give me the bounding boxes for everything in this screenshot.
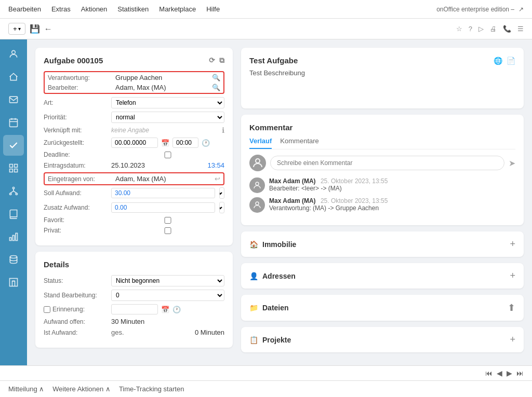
test-aufgabe-title: Test Aufgabe 🌐 📄 (249, 56, 515, 65)
adressen-section[interactable]: 👤 Adressen + (241, 263, 524, 289)
privat-checkbox[interactable] (111, 227, 224, 234)
projekte-section[interactable]: 📋 Projekte + (241, 327, 524, 352)
mitteilung-button[interactable]: Mitteilung ∧ (8, 385, 44, 393)
next-page-button[interactable]: ▶ (507, 369, 512, 377)
favorit-checkbox[interactable] (111, 217, 224, 224)
dateien-section[interactable]: 📁 Dateien ⬆ (241, 295, 524, 321)
clock-icon-zuruckgestellt[interactable]: 🕐 (202, 139, 210, 147)
sidebar-item-home[interactable] (3, 66, 24, 87)
sidebar-item-user[interactable] (3, 44, 24, 64)
nav-bearbeiten[interactable]: Bearbeiten (8, 5, 41, 13)
undo-icon[interactable]: ↩ (215, 175, 220, 183)
aufwand-offen-value: 30 Minuten (111, 318, 224, 325)
zuruckgestellt-time-input[interactable] (172, 138, 198, 148)
first-page-button[interactable]: ⏮ (485, 369, 493, 377)
soll-aufwand-row: Minuten (111, 187, 224, 199)
sidebar-item-calendar[interactable] (3, 112, 24, 133)
stand-value: 0 (111, 290, 224, 301)
projekte-add-icon[interactable]: + (510, 334, 515, 345)
weitere-aktionen-label: Weitere Aktionen ∧ (52, 385, 111, 393)
zuruckgestellt-date-input[interactable] (111, 138, 158, 148)
sidebar-item-chart[interactable] (3, 226, 24, 247)
comment-input[interactable] (270, 156, 504, 170)
prioritaet-select[interactable]: normal (111, 112, 224, 123)
art-row: Art: Telefon (44, 97, 224, 108)
calendar-icon-erinnerung[interactable]: 📅 (161, 306, 169, 313)
zusatz-input[interactable] (111, 202, 215, 213)
sidebar-item-tasks[interactable] (3, 135, 24, 156)
nav-extras[interactable]: Extras (51, 5, 71, 13)
stand-select[interactable]: 0 (111, 290, 224, 301)
soll-input[interactable] (111, 188, 215, 198)
prev-page-button[interactable]: ◀ (497, 369, 502, 377)
back-button[interactable]: ← (44, 24, 52, 34)
soll-label: Soll Aufwand: (44, 189, 111, 197)
copy-icon[interactable]: ⧉ (219, 56, 224, 65)
help-icon[interactable]: ? (469, 25, 472, 33)
eintragsdatum-value: 25.10.2023 13:54 (111, 161, 224, 169)
tab-kommentare[interactable]: Kommentare (280, 137, 318, 149)
status-select[interactable]: Nicht begonnen (111, 275, 224, 286)
comment-author-2: Max Adam (MA) (269, 197, 316, 204)
tab-verlauf[interactable]: Verlauf (249, 137, 272, 149)
verknupft-row: Verknüpft mit: keine Angabe ℹ (44, 126, 224, 134)
time-tracking-button[interactable]: Time-Tracking starten (119, 385, 184, 393)
print-icon[interactable]: 🖨 (490, 25, 497, 33)
nav-marketplace[interactable]: Marketplace (159, 5, 196, 13)
save-button[interactable]: 💾 (30, 24, 40, 34)
weitere-aktionen-button[interactable]: Weitere Aktionen ∧ (52, 385, 111, 393)
main-layout: Aufgabe 000105 ⟳ ⧉ Verantwortung: Gruppe… (0, 39, 532, 365)
nav-statistiken[interactable]: Statistiken (117, 5, 149, 13)
details-title: Details (44, 260, 224, 269)
play-icon[interactable]: ▷ (478, 25, 484, 33)
send-comment-button[interactable]: ➤ (509, 158, 515, 168)
refresh-icon[interactable]: ⟳ (209, 56, 215, 65)
svg-rect-18 (16, 233, 17, 240)
verknupft-field: keine Angabe ℹ (111, 126, 224, 134)
deadline-checkbox[interactable] (111, 152, 224, 158)
clock-icon-erinnerung[interactable]: 🕐 (172, 306, 181, 313)
svg-point-19 (10, 256, 17, 258)
immobilie-label: Immobilie (262, 240, 296, 249)
info-icon[interactable]: ℹ (222, 126, 224, 134)
sidebar-item-database[interactable] (3, 249, 24, 270)
comment-entry-2: Max Adam (MA) 25. Oktober 2023, 13:55 Ve… (249, 197, 515, 213)
zuruckgestellt-row: Zurückgestellt: 📅 🕐 (44, 138, 224, 148)
phone-icon[interactable]: 📞 (503, 25, 511, 33)
nav-aktionen[interactable]: Aktionen (81, 5, 108, 13)
folder-icon: 📁 (249, 304, 258, 312)
immobilie-add-icon[interactable]: + (510, 239, 515, 250)
mitteilung-label: Mitteilung ∧ (8, 385, 44, 393)
privat-value (111, 227, 224, 234)
ist-aufwand-text: 0 Minuten (195, 328, 224, 336)
zusatz-unit-select[interactable]: Minuten (219, 202, 224, 213)
adressen-add-icon[interactable]: + (510, 270, 515, 281)
soll-unit-select[interactable]: Minuten (219, 187, 224, 199)
bearbeiter-text: Adam, Max (MA) (115, 84, 210, 91)
immobilie-section[interactable]: 🏠 Immobilie + (241, 231, 524, 257)
sidebar-item-grid[interactable] (3, 158, 24, 179)
sidebar-item-mail[interactable] (3, 89, 24, 110)
calendar-icon-zuruckgestellt[interactable]: 📅 (161, 139, 169, 147)
toolbar-left: + ▾ 💾 ← (8, 23, 52, 35)
eintragsdatum-label: Eintragsdatum: (44, 162, 111, 169)
sidebar-item-book[interactable] (3, 203, 24, 224)
erinnerung-checkbox[interactable] (44, 306, 50, 313)
bearbeiter-search-icon[interactable]: 🔍 (212, 84, 220, 91)
add-button[interactable]: + ▾ (8, 23, 25, 35)
globe-icon[interactable]: 🌐 (494, 57, 502, 65)
eintragsdatum-date: 25.10.2023 (111, 161, 145, 169)
erinnerung-date-input[interactable] (111, 304, 158, 314)
nav-hilfe[interactable]: Hilfe (206, 5, 220, 13)
aufwand-offen-text: 30 Minuten (111, 318, 144, 325)
last-page-button[interactable]: ⏭ (516, 369, 524, 377)
sidebar-item-network[interactable] (3, 181, 24, 201)
art-select[interactable]: Telefon (111, 97, 224, 108)
menu-icon[interactable]: ☰ (517, 25, 524, 33)
verantwortung-search-icon[interactable]: 🔍 (212, 74, 220, 81)
document-icon[interactable]: 📄 (507, 57, 515, 65)
sidebar-item-building[interactable] (3, 272, 24, 293)
dateien-upload-icon[interactable]: ⬆ (508, 302, 515, 313)
favorit-value (111, 217, 224, 224)
star-icon[interactable]: ☆ (456, 25, 462, 33)
